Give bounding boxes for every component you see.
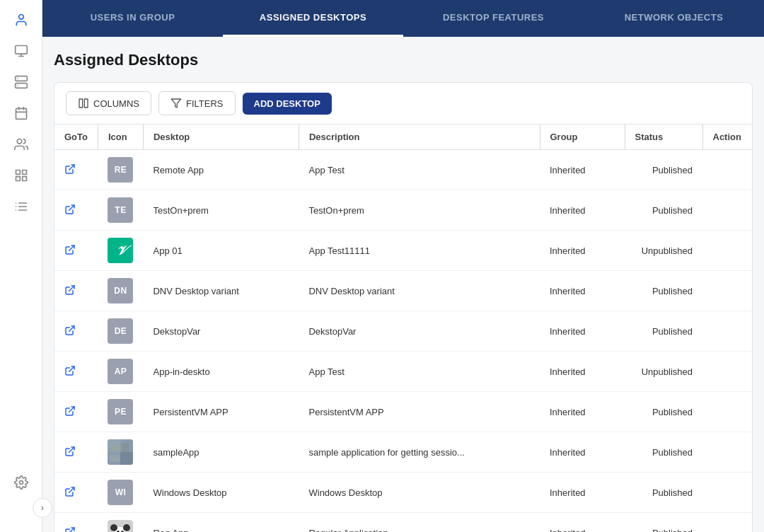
action-cell — [702, 352, 752, 392]
columns-button[interactable]: COLUMNS — [66, 91, 151, 115]
external-link-icon[interactable] — [64, 244, 76, 255]
add-desktop-label: ADD DESKTOP — [254, 98, 320, 109]
status-cell: Published — [625, 311, 702, 352]
status-cell: Published — [625, 392, 702, 432]
svg-rect-40 — [110, 455, 120, 462]
group-cell: Inherited — [540, 432, 625, 473]
external-link-icon[interactable] — [64, 325, 76, 336]
external-link-icon[interactable] — [64, 526, 76, 533]
description-cell: App Test — [299, 150, 540, 190]
description-cell: App Test11111 — [299, 231, 540, 271]
tab-assigned-desktops[interactable]: ASSIGNED DESKTOPS — [223, 0, 403, 37]
svg-line-42 — [69, 528, 74, 533]
svg-rect-37 — [120, 452, 133, 465]
description-cell: sample application for getting sessio... — [299, 432, 540, 473]
sidebar-item-settings[interactable] — [7, 468, 35, 497]
external-link-icon[interactable] — [64, 486, 76, 497]
status-cell: Published — [625, 513, 702, 533]
table-row: 𝒱App 01App Test11111InheritedUnpublished — [54, 231, 752, 271]
avatar: DN — [108, 278, 133, 303]
th-group: Group — [540, 125, 625, 150]
goto-cell — [54, 231, 98, 271]
external-link-icon[interactable] — [64, 365, 76, 376]
th-goto: GoTo — [54, 125, 98, 150]
columns-icon — [78, 98, 89, 109]
svg-marker-26 — [171, 99, 180, 108]
avatar: PE — [108, 399, 133, 424]
icon-cell: TE — [98, 190, 143, 231]
avatar: 𝒱 — [108, 238, 133, 263]
group-cell: Inherited — [540, 231, 625, 271]
action-cell — [702, 190, 752, 231]
sidebar-item-calendar[interactable] — [7, 99, 35, 127]
tab-network-objects[interactable]: NETWORK OBJECTS — [584, 0, 764, 37]
external-link-icon[interactable] — [64, 284, 76, 296]
svg-rect-13 — [16, 170, 20, 175]
toolbar: COLUMNS FILTERS ADD DESKTOP — [54, 83, 752, 125]
goto-cell — [54, 473, 98, 513]
add-desktop-button[interactable]: ADD DESKTOP — [243, 93, 332, 115]
svg-line-31 — [69, 326, 74, 331]
desktop-name-cell: sampleApp — [143, 432, 299, 473]
description-cell: DekstopVar — [299, 311, 540, 352]
icon-cell: WI — [98, 473, 143, 513]
description-cell: PersistentVM APP — [299, 392, 540, 432]
th-status: Status — [625, 125, 702, 150]
group-cell: Inherited — [540, 190, 625, 231]
action-cell — [702, 311, 752, 352]
desktop-name-cell: Remote App — [143, 150, 299, 190]
icon-cell: AP — [98, 352, 143, 392]
svg-line-29 — [69, 245, 74, 250]
th-action: Action — [702, 125, 752, 150]
desktop-name-cell: Reg App — [143, 513, 299, 533]
action-cell — [702, 392, 752, 432]
goto-cell — [54, 271, 98, 311]
th-description: Description — [299, 125, 540, 150]
table-row: APApp-in-desktoApp TestInheritedUnpublis… — [54, 352, 752, 392]
table-row: PEPersistentVM APPPersistentVM APPInheri… — [54, 392, 752, 432]
desktop-name-cell: App 01 — [143, 231, 299, 271]
action-cell — [702, 231, 752, 271]
sidebar-item-list[interactable] — [7, 192, 35, 221]
desktop-table: GoTo Icon Desktop Description Group Stat… — [54, 125, 752, 532]
external-link-icon[interactable] — [64, 446, 76, 457]
avatar — [108, 439, 133, 465]
svg-point-12 — [17, 139, 22, 144]
goto-cell — [54, 392, 98, 432]
external-link-icon[interactable] — [64, 163, 76, 175]
columns-label: COLUMNS — [93, 98, 139, 109]
sidebar-item-grid[interactable] — [7, 161, 35, 190]
main-content: USERS IN GROUP ASSIGNED DESKTOPS DESKTOP… — [42, 0, 764, 532]
svg-line-28 — [69, 205, 74, 210]
svg-rect-1 — [15, 46, 27, 54]
svg-point-23 — [19, 481, 23, 485]
tab-users-in-group[interactable]: USERS IN GROUP — [42, 0, 223, 37]
status-cell: Published — [625, 271, 702, 311]
svg-line-30 — [69, 286, 74, 291]
sidebar-item-group[interactable] — [7, 130, 35, 158]
svg-rect-24 — [79, 99, 83, 108]
avatar: AP — [108, 359, 133, 384]
sidebar-item-monitor[interactable] — [7, 37, 35, 65]
filters-button[interactable]: FILTERS — [158, 91, 236, 115]
status-cell: Unpublished — [625, 231, 702, 271]
description-cell: DNV Desktop variant — [299, 271, 540, 311]
svg-line-32 — [69, 366, 74, 371]
external-link-icon[interactable] — [64, 204, 76, 215]
avatar: RE — [108, 157, 133, 183]
sidebar-item-users[interactable] — [7, 6, 35, 34]
svg-line-33 — [69, 407, 74, 412]
external-link-icon[interactable] — [64, 405, 76, 417]
svg-rect-39 — [122, 443, 129, 453]
group-cell: Inherited — [540, 150, 625, 190]
sidebar-toggle[interactable]: › — [33, 498, 52, 518]
page-title: Assigned Desktops — [54, 51, 753, 69]
sidebar-item-server[interactable] — [7, 68, 35, 96]
tab-desktop-features[interactable]: DESKTOP FEATURES — [403, 0, 584, 37]
goto-cell — [54, 311, 98, 352]
th-desktop: Desktop — [143, 125, 299, 150]
table-row: WIWindows DesktopWindows DesktopInherite… — [54, 473, 752, 513]
desktop-name-cell: Windows Desktop — [143, 473, 299, 513]
table-row: sampleAppsample application for getting … — [54, 432, 752, 473]
action-cell — [702, 271, 752, 311]
